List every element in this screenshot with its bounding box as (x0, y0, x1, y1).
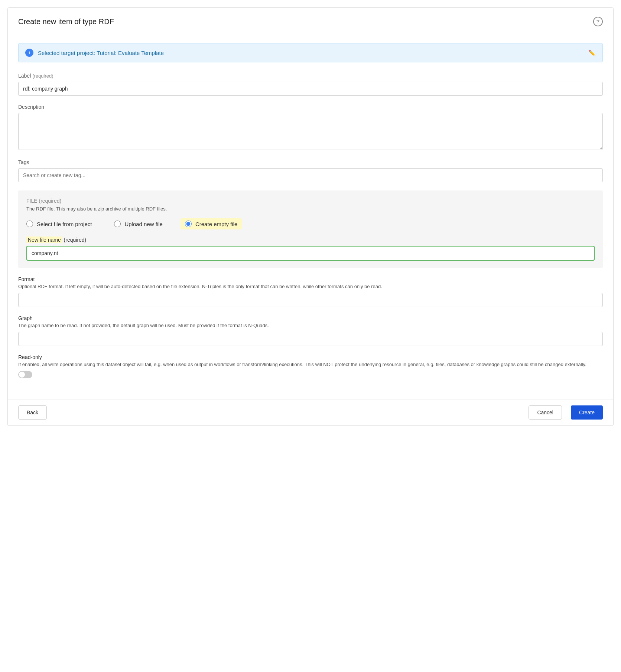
tags-field-label: Tags (18, 159, 603, 165)
info-banner: i Selected target project: Tutorial: Eva… (18, 43, 603, 62)
graph-section: Graph The graph name to be read. If not … (18, 315, 603, 346)
file-section-title: FILE (required) (26, 198, 595, 204)
description-field-label: Description (18, 104, 603, 110)
radio-upload-file[interactable]: Upload new file (114, 221, 163, 227)
radio-select-file-label: Select file from project (37, 221, 92, 227)
radio-create-empty-input[interactable] (185, 221, 192, 227)
label-field-group: Label (required) (18, 73, 603, 96)
info-banner-left: i Selected target project: Tutorial: Eva… (25, 49, 164, 57)
label-field-label: Label (required) (18, 73, 603, 79)
format-section-title: Format (18, 276, 603, 282)
new-filename-label: New file name (required) (26, 237, 595, 243)
dialog-title: Create new item of type RDF (18, 17, 114, 26)
edit-project-icon[interactable]: ✏️ (588, 49, 596, 56)
radio-create-empty-label: Create empty file (195, 221, 237, 227)
toggle-knob (19, 372, 25, 378)
info-icon: i (25, 49, 33, 57)
radio-select-file[interactable]: Select file from project (26, 221, 92, 227)
help-icon[interactable]: ? (593, 17, 603, 26)
dialog-footer: Back Cancel Create (8, 399, 613, 425)
description-field-group: Description (18, 104, 603, 151)
info-banner-text: Selected target project: Tutorial: Evalu… (38, 50, 164, 56)
readonly-toggle[interactable] (18, 371, 32, 378)
file-section: FILE (required) The RDF file. This may a… (18, 190, 603, 268)
description-textarea[interactable] (18, 113, 603, 150)
tags-field-group: Tags (18, 159, 603, 182)
radio-upload-file-input[interactable] (114, 221, 121, 227)
file-section-desc: The RDF file. This may also be a zip arc… (26, 206, 595, 212)
new-filename-input[interactable] (26, 246, 595, 261)
create-button[interactable]: Create (571, 405, 603, 420)
graph-input[interactable] (18, 332, 603, 346)
format-input[interactable] (18, 293, 603, 307)
radio-select-file-input[interactable] (26, 221, 33, 227)
radio-upload-file-label: Upload new file (124, 221, 163, 227)
readonly-section-title: Read-only (18, 354, 603, 360)
radio-create-empty[interactable]: Create empty file (181, 218, 242, 229)
file-radio-group: Select file from project Upload new file… (26, 218, 595, 229)
label-input[interactable] (18, 82, 603, 96)
back-button[interactable]: Back (18, 405, 47, 420)
dialog-header: Create new item of type RDF ? (8, 8, 613, 34)
graph-section-title: Graph (18, 315, 603, 321)
format-section-desc: Optional RDF format. If left empty, it w… (18, 284, 603, 289)
dialog-body: i Selected target project: Tutorial: Eva… (8, 34, 613, 395)
readonly-section-desc: If enabled, all write operations using t… (18, 362, 603, 367)
footer-right-buttons: Cancel Create (529, 405, 603, 420)
cancel-button[interactable]: Cancel (529, 405, 562, 420)
tags-input[interactable] (18, 168, 603, 182)
readonly-section: Read-only If enabled, all write operatio… (18, 354, 603, 378)
graph-section-desc: The graph name to be read. If not provid… (18, 323, 603, 328)
create-rdf-dialog: Create new item of type RDF ? i Selected… (7, 7, 614, 426)
format-section: Format Optional RDF format. If left empt… (18, 276, 603, 307)
